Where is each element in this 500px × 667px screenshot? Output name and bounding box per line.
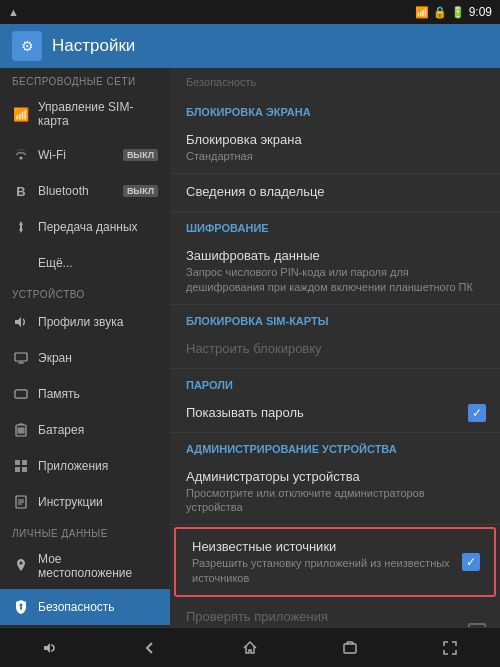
location-label: Мое местоположение [38,552,158,580]
wifi-label: Wi-Fi [38,148,66,162]
unknown-sources-title: Неизвестные источники [192,539,450,554]
notification-icon: ▲ [8,6,19,18]
settings-app-icon: ⚙ [12,31,42,61]
battery-icon: 🔋 [451,6,465,19]
panel-item-show-password[interactable]: Показывать пароль ✓ [170,395,500,433]
panel-item-verify-apps: Проверять приложения Запрещать установку… [170,599,500,627]
panel-item-owner-info[interactable]: Сведения о владельце [170,174,500,212]
more-label: Ещё... [38,256,73,270]
nav-bar [0,627,500,667]
sidebar-item-memory[interactable]: Память [0,376,170,412]
sidebar-item-sound[interactable]: Профили звука [0,304,170,340]
checked-icon: ✓ [462,553,480,571]
memory-label: Память [38,387,80,401]
instructions-label: Инструкции [38,495,103,509]
sidebar-item-more[interactable]: Ещё... [0,245,170,281]
encrypt-subtitle: Запрос числового PIN-кода или пароля для… [186,265,484,294]
sidebar-item-data[interactable]: Передача данных [0,209,170,245]
bluetooth-icon: B [12,182,30,200]
sound-label: Профили звука [38,315,123,329]
bluetooth-toggle[interactable]: ВЫКЛ [123,185,158,197]
sim-lock-title: Настроить блокировку [186,341,484,356]
page-title: Настройки [52,36,135,56]
instructions-icon [12,493,30,511]
sidebar-item-label: Управление SIM-карта [38,100,158,128]
sidebar: БЕСПРОВОДНЫЕ СЕТИ 📶 Управление SIM-карта… [0,68,170,627]
svg-rect-0 [20,224,22,230]
recents-button[interactable] [330,633,370,663]
data-icon [12,218,30,236]
sound-icon [12,313,30,331]
back-button[interactable] [130,633,170,663]
device-admins-title: Администраторы устройства [186,469,484,484]
svg-rect-2 [15,390,27,398]
show-password-title: Показывать пароль [186,405,456,420]
panel-item-unknown-sources[interactable]: Неизвестные источники Разрешить установк… [174,527,496,597]
security-label: Безопасность [38,600,115,614]
sidebar-item-language[interactable]: Язык и ввод [0,625,170,627]
wifi-toggle[interactable]: ВЫКЛ [123,149,158,161]
checked-icon: ✓ [468,404,486,422]
location-icon [12,557,30,575]
sidebar-item-bluetooth[interactable]: B Bluetooth ВЫКЛ [0,173,170,209]
display-icon [12,349,30,367]
bluetooth-label: Bluetooth [38,184,89,198]
sidebar-item-battery[interactable]: Батарея [0,412,170,448]
home-button[interactable] [230,633,270,663]
show-password-checkbox[interactable]: ✓ [468,404,486,422]
screen-lock-title: Блокировка экрана [186,132,484,147]
sidebar-item-apps[interactable]: Приложения [0,448,170,484]
time-display: 9:09 [469,5,492,19]
verify-apps-checkbox [468,623,486,627]
status-bar: ▲ 📶 🔒 🔋 9:09 [0,0,500,24]
security-icon [12,598,30,616]
svg-rect-11 [344,644,356,653]
apps-label: Приложения [38,459,108,473]
section-header-screen-lock: БЛОКИРОВКА ЭКРАНА [170,96,500,122]
verify-apps-title: Проверять приложения [186,609,456,624]
volume-button[interactable] [30,633,70,663]
section-header-sim-lock: БЛОКИРОВКА SIM-КАРТЫ [170,305,500,331]
battery-label: Батарея [38,423,84,437]
title-bar: ⚙ Настройки [0,24,500,68]
svg-rect-8 [22,467,27,472]
status-left-icons: ▲ [8,6,19,18]
sidebar-item-wifi[interactable]: Wi-Fi ВЫКЛ [0,137,170,173]
panel-item-screen-lock[interactable]: Блокировка экрана Стандартная [170,122,500,174]
sidebar-item-instructions[interactable]: Инструкции [0,484,170,520]
svg-rect-1 [15,353,27,361]
sidebar-item-sim[interactable]: 📶 Управление SIM-карта [0,91,170,137]
sidebar-item-location[interactable]: Мое местоположение [0,543,170,589]
svg-rect-6 [22,460,27,465]
verify-apps-subtitle: Запрещать установку приложений, которые … [186,626,456,627]
owner-info-title: Сведения о владельце [186,184,484,199]
wifi-status-icon: 🔒 [433,6,447,19]
section-header-encryption: ШИФРОВАНИЕ [170,212,500,238]
section-header-wireless: БЕСПРОВОДНЫЕ СЕТИ [0,68,170,91]
apps-icon [12,457,30,475]
right-panel: Безопасность БЛОКИРОВКА ЭКРАНА Блокировк… [170,68,500,627]
sidebar-item-security[interactable]: Безопасность [0,589,170,625]
device-admins-subtitle: Просмотрите или отключите администраторо… [186,486,484,515]
encrypt-title: Зашифровать данные [186,248,484,263]
section-header-personal: ЛИЧНЫЕ ДАННЫЕ [0,520,170,543]
wifi-icon [12,146,30,164]
data-label: Передача данных [38,220,138,234]
panel-item-encrypt[interactable]: Зашифровать данные Запрос числового PIN-… [170,238,500,305]
section-header-passwords: ПАРОЛИ [170,369,500,395]
top-section-label: Безопасность [170,68,500,96]
section-header-device: УСТРОЙСТВО [0,281,170,304]
sim-icon: 📶 [12,105,30,123]
sidebar-item-display[interactable]: Экран [0,340,170,376]
svg-rect-4 [18,428,24,433]
main-content: БЕСПРОВОДНЫЕ СЕТИ 📶 Управление SIM-карта… [0,68,500,627]
display-label: Экран [38,351,72,365]
status-right-icons: 📶 🔒 🔋 9:09 [415,5,492,19]
screen-lock-subtitle: Стандартная [186,149,484,163]
panel-item-device-admins[interactable]: Администраторы устройства Просмотрите ил… [170,459,500,526]
unknown-sources-subtitle: Разрешить установку приложений из неизве… [192,556,450,585]
panel-item-sim-lock: Настроить блокировку [170,331,500,369]
section-header-admin: АДМИНИСТРИРОВАНИЕ УСТРОЙСТВА [170,433,500,459]
unknown-sources-checkbox[interactable]: ✓ [462,553,480,571]
fullscreen-button[interactable] [430,633,470,663]
